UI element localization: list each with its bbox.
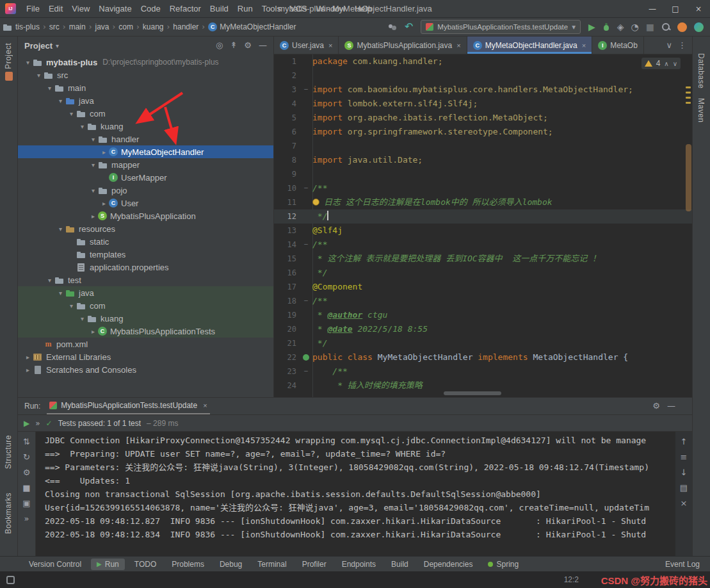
fold-marker-icon[interactable]: − — [300, 238, 312, 252]
tree-chevron-icon[interactable]: ▸ — [88, 328, 98, 335]
stop-button[interactable]: ■ — [646, 22, 654, 32]
tab-close-icon[interactable]: × — [328, 42, 332, 49]
hide-panel-icon[interactable]: — — [667, 402, 675, 411]
locate-file-icon[interactable]: ◎ — [216, 41, 223, 50]
menu-refactor[interactable]: Refactor — [165, 4, 206, 13]
breadcrumb-item-main[interactable]: main — [68, 22, 87, 31]
hidden-tabs-icon[interactable]: ∨ — [666, 41, 672, 50]
statusbar-endpoints[interactable]: Endpoints — [336, 559, 382, 570]
editor-tab-user-java[interactable]: CUser.java× — [274, 37, 339, 54]
tree-item-user[interactable]: ▸CUser — [18, 197, 273, 209]
plugin-orange-button[interactable] — [677, 22, 687, 32]
tree-item-static[interactable]: static — [18, 235, 273, 248]
run-button[interactable]: ▶ — [588, 22, 595, 32]
settings-gear-icon[interactable]: ⚙ — [652, 402, 660, 411]
tree-item-mapper[interactable]: ▾mapper — [18, 158, 273, 171]
tree-chevron-icon[interactable]: ▾ — [77, 123, 87, 130]
tree-chevron-icon[interactable]: ▸ — [88, 213, 98, 220]
intention-bulb-icon[interactable] — [312, 199, 319, 206]
breadcrumb-item-src[interactable]: src — [48, 22, 61, 31]
fold-marker-icon[interactable]: − — [300, 364, 312, 379]
tree-item-java[interactable]: ▾java — [18, 286, 273, 299]
tree-item-kuang[interactable]: ▾kuang — [18, 120, 273, 133]
tree-item-application-properties[interactable]: application.properties — [18, 261, 273, 274]
tree-chevron-icon[interactable]: ▾ — [88, 161, 98, 168]
maximize-button[interactable]: □ — [664, 0, 687, 17]
run-configuration-select[interactable]: MybatisPlusApplicationTests.testUpdate ▾ — [421, 20, 581, 34]
snapshot-icon[interactable]: ▣ — [22, 499, 30, 508]
tree-chevron-icon[interactable]: ▾ — [45, 277, 54, 284]
profiler-button[interactable]: ◔ — [631, 22, 639, 32]
tree-item-scratches-and-consoles[interactable]: ▸Scratches and Consoles — [18, 363, 273, 376]
more-icon[interactable]: » — [24, 514, 29, 523]
tree-item-java[interactable]: ▾java — [18, 94, 273, 107]
debug-button[interactable] — [602, 22, 610, 31]
scrollbar-thumb[interactable] — [686, 144, 691, 211]
clear-console-icon[interactable]: × — [681, 499, 688, 508]
soft-wrap-icon[interactable]: ≡ — [681, 453, 688, 462]
tree-item-usermapper[interactable]: IUserMapper — [18, 171, 273, 184]
settings-gear-icon[interactable]: ⚙ — [244, 41, 252, 50]
database-stripe-button[interactable]: Database — [697, 53, 706, 88]
tool-window-switcher-icon[interactable] — [6, 576, 15, 584]
menu-code[interactable]: Code — [136, 4, 165, 13]
menu-navigate[interactable]: Navigate — [94, 4, 136, 13]
stop-icon[interactable]: ■ — [22, 484, 30, 493]
statusbar-debug[interactable]: Debug — [214, 559, 248, 570]
tree-chevron-icon[interactable]: ▾ — [77, 315, 87, 322]
close-button[interactable]: × — [687, 0, 710, 17]
tree-chevron-icon[interactable]: ▸ — [23, 366, 33, 373]
statusbar-build[interactable]: Build — [385, 559, 414, 570]
collaborators-icon[interactable] — [388, 23, 398, 31]
tree-item-templates[interactable]: templates — [18, 248, 273, 261]
tab-close-icon[interactable]: × — [582, 42, 586, 49]
statusbar-run[interactable]: ▶Run — [91, 559, 125, 570]
test-settings-icon[interactable]: ⚙ — [23, 468, 31, 477]
tree-item-com[interactable]: ▾com — [18, 299, 273, 312]
horizontal-scrollbar[interactable] — [444, 391, 501, 395]
coverage-button[interactable]: ◈ — [617, 22, 624, 32]
tree-item-mybatisplusapplication[interactable]: ▸SMybatisPlusApplication — [18, 209, 273, 222]
code-editor[interactable]: 1package com.kuang.handler;23−import com… — [274, 54, 692, 397]
statusbar-version-control[interactable]: Version Control — [23, 559, 87, 570]
tree-item-pom-xml[interactable]: mpom.xml — [18, 338, 273, 350]
editor-tab-mybatisplusapplication-java[interactable]: SMybatisPlusApplication.java× — [339, 37, 467, 54]
collapse-all-icon[interactable]: ↟ — [230, 41, 237, 50]
tree-item-mybatisplusapplicationtests[interactable]: ▸CMybatisPlusApplicationTests — [18, 325, 273, 338]
tree-item-test[interactable]: ▾test — [18, 274, 273, 286]
tree-chevron-icon[interactable]: ▸ — [99, 149, 109, 156]
fold-marker-icon[interactable]: − — [300, 181, 312, 195]
warning-stripe-mark[interactable] — [686, 86, 691, 88]
tree-item-com[interactable]: ▾com — [18, 107, 273, 120]
statusbar-todo[interactable]: TODO — [129, 559, 162, 570]
next-warning-icon[interactable]: ∨ — [673, 60, 677, 67]
structure-stripe-button[interactable]: Structure — [4, 435, 13, 469]
tree-item-src[interactable]: ▾src — [18, 69, 273, 81]
inspections-widget[interactable]: 4 ∧ ∨ — [641, 58, 681, 69]
run-icon[interactable]: ▶ — [24, 419, 29, 428]
statusbar-dependencies[interactable]: Dependencies — [418, 559, 479, 570]
tree-chevron-icon[interactable]: ▾ — [56, 290, 65, 297]
implements-gutter-icon[interactable] — [303, 354, 309, 361]
tree-chevron-icon[interactable]: ▾ — [56, 97, 65, 104]
tree-chevron-icon[interactable]: ▾ — [34, 72, 44, 79]
stripe-icon[interactable] — [5, 72, 13, 81]
scroll-end-icon[interactable]: ↓ — [681, 468, 688, 477]
tree-chevron-icon[interactable]: ▾ — [67, 110, 76, 117]
print-icon[interactable]: ▤ — [680, 484, 688, 493]
plugin-teal-button[interactable] — [694, 22, 704, 32]
fold-marker-icon[interactable]: − — [300, 83, 312, 97]
menu-view[interactable]: View — [67, 4, 94, 13]
menu-file[interactable]: File — [22, 4, 44, 13]
breadcrumb-item-com[interactable]: com — [117, 22, 134, 31]
tree-chevron-icon[interactable]: ▾ — [23, 59, 33, 66]
filter-tests-icon[interactable]: ⇅ — [23, 437, 30, 446]
search-everywhere-button[interactable] — [661, 22, 670, 31]
prev-warning-icon[interactable]: ∧ — [664, 60, 668, 67]
tree-item-external-libraries[interactable]: ▸External Libraries — [18, 350, 273, 363]
statusbar-spring[interactable]: Spring — [482, 559, 524, 570]
run-tab[interactable]: MybatisPlusApplicationTests.testUpdate × — [47, 398, 209, 414]
project-stripe-button[interactable]: Project — [4, 43, 13, 69]
menu-run[interactable]: Run — [233, 4, 257, 13]
statusbar-profiler[interactable]: Profiler — [296, 559, 332, 570]
